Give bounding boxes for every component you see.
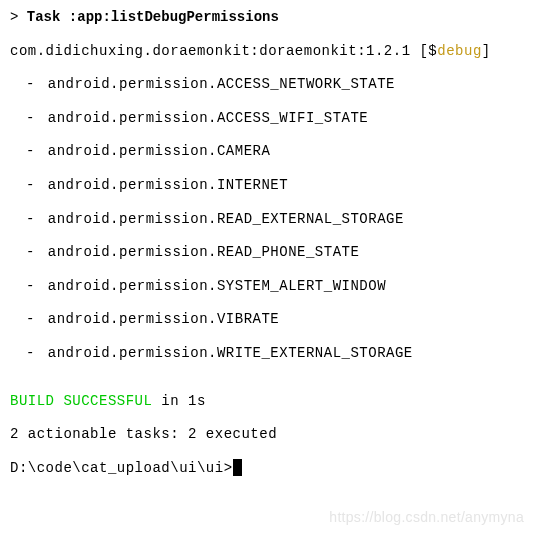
dash-icon: - <box>26 278 35 294</box>
build-status: BUILD SUCCESSFUL <box>10 393 152 409</box>
permission-text: android.permission.INTERNET <box>39 177 288 193</box>
permission-item: - android.permission.VIBRATE <box>26 310 528 330</box>
permission-item: - android.permission.ACCESS_WIFI_STATE <box>26 109 528 129</box>
permission-item: - android.permission.READ_EXTERNAL_STORA… <box>26 210 528 230</box>
dash-icon: - <box>26 110 35 126</box>
permission-item: - android.permission.INTERNET <box>26 176 528 196</box>
permission-text: android.permission.WRITE_EXTERNAL_STORAG… <box>39 345 413 361</box>
module-line: com.didichuxing.doraemonkit:doraemonkit:… <box>10 42 528 62</box>
dash-icon: - <box>26 143 35 159</box>
build-duration: in 1s <box>152 393 205 409</box>
prompt-path: D:\code\cat_upload\ui\ui> <box>10 460 233 476</box>
build-status-line: BUILD SUCCESSFUL in 1s <box>10 392 528 412</box>
watermark: https://blog.csdn.net/anymyna <box>329 508 524 528</box>
dash-icon: - <box>26 244 35 260</box>
cursor <box>233 459 242 476</box>
task-name: :app:listDebugPermissions <box>69 9 279 25</box>
permission-item: - android.permission.SYSTEM_ALERT_WINDOW <box>26 277 528 297</box>
dash-icon: - <box>26 345 35 361</box>
tag-prefix: [$ <box>411 43 438 59</box>
dash-icon: - <box>26 177 35 193</box>
task-header: > Task :app:listDebugPermissions <box>10 8 528 28</box>
permission-text: android.permission.ACCESS_NETWORK_STATE <box>39 76 395 92</box>
permission-text: android.permission.SYSTEM_ALERT_WINDOW <box>39 278 386 294</box>
dash-icon: - <box>26 211 35 227</box>
permission-text: android.permission.VIBRATE <box>39 311 279 327</box>
task-chevron: > <box>10 9 18 25</box>
dash-icon: - <box>26 76 35 92</box>
dash-icon: - <box>26 311 35 327</box>
module-identifier: com.didichuxing.doraemonkit:doraemonkit:… <box>10 43 411 59</box>
tasks-info: 2 actionable tasks: 2 executed <box>10 425 528 445</box>
tag-suffix: ] <box>482 43 491 59</box>
permission-text: android.permission.READ_PHONE_STATE <box>39 244 359 260</box>
permission-item: - android.permission.WRITE_EXTERNAL_STOR… <box>26 344 528 364</box>
permission-item: - android.permission.CAMERA <box>26 142 528 162</box>
debug-tag: debug <box>437 43 482 59</box>
permission-text: android.permission.READ_EXTERNAL_STORAGE <box>39 211 404 227</box>
permissions-list: - android.permission.ACCESS_NETWORK_STAT… <box>10 75 528 363</box>
permission-text: android.permission.CAMERA <box>39 143 270 159</box>
permission-item: - android.permission.ACCESS_NETWORK_STAT… <box>26 75 528 95</box>
permission-item: - android.permission.READ_PHONE_STATE <box>26 243 528 263</box>
task-label: Task <box>27 9 61 25</box>
permission-text: android.permission.ACCESS_WIFI_STATE <box>39 110 368 126</box>
prompt-line[interactable]: D:\code\cat_upload\ui\ui> <box>10 459 528 479</box>
